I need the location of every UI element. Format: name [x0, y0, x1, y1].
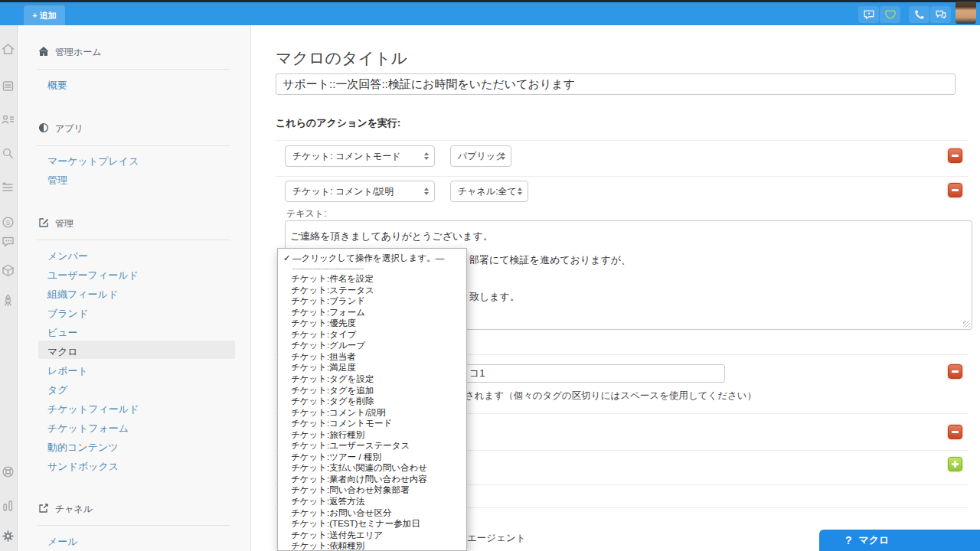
sidebar-divider: [37, 145, 230, 146]
top-strip: [0, 0, 980, 2]
macro-title-input[interactable]: [276, 73, 956, 95]
remove-action-button[interactable]: [948, 364, 962, 379]
help-widget-label: マクロ: [859, 533, 890, 547]
sidebar-section-title: チャネル: [55, 503, 93, 516]
svg-text:S: S: [6, 219, 11, 227]
home-icon: [38, 46, 49, 59]
tickets-icon[interactable]: [1, 79, 15, 93]
half-circle-icon: [38, 122, 49, 135]
resize-handle-icon[interactable]: [963, 321, 970, 328]
menu-item[interactable]: チケット:ユーザーステータス: [291, 440, 410, 452]
edit-icon: [38, 217, 49, 230]
sidebar-item[interactable]: マクロ: [47, 345, 78, 359]
sidebar-item[interactable]: 動的コンテンツ: [47, 441, 119, 455]
products-icon[interactable]: [1, 263, 15, 278]
menu-item[interactable]: チケット:優先度: [291, 318, 356, 329]
menu-item[interactable]: チケット:ブランド: [291, 295, 365, 307]
sidebar-section-title: アプリ: [55, 122, 83, 135]
add-button[interactable]: + 追加: [24, 5, 65, 25]
tags-helper-text: されます（個々のタグの区切りにはスペースを使用してください）: [465, 390, 756, 403]
action-field-select[interactable]: チケット: コメントモード: [285, 145, 435, 167]
content-divider: [276, 140, 968, 141]
menu-item[interactable]: チケット:支払い関連の問い合わせ: [291, 462, 427, 474]
comment-line: 部署にて検証を進めておりますが、: [469, 253, 631, 267]
menu-item[interactable]: チケット:依頼種別: [291, 540, 364, 551]
menu-item[interactable]: チケット:グループ: [291, 340, 365, 351]
menu-item[interactable]: チケット:ステータス: [291, 285, 374, 296]
top-bar: + 追加: [0, 0, 980, 25]
action-value-select[interactable]: チャネル:全て: [450, 181, 528, 202]
zendesk-admin-page: + 追加 S 管理ホーム概要アプリマーケットプレイス管理管理メンバーユーザーフィ…: [0, 0, 980, 551]
settings-icon[interactable]: [1, 529, 15, 543]
sidebar-item[interactable]: チケットフォーム: [47, 422, 129, 435]
sidebar-item[interactable]: レポート: [47, 364, 88, 378]
sidebar-item[interactable]: チケットフィールド: [47, 403, 139, 416]
search-icon[interactable]: [1, 146, 15, 161]
sidebar-item[interactable]: メール: [47, 535, 78, 549]
add-action-button[interactable]: [948, 457, 962, 471]
user-avatar[interactable]: [956, 2, 976, 24]
tags-input[interactable]: [462, 364, 725, 383]
menu-item[interactable]: チケット:タグを設定: [291, 373, 374, 385]
availability-text: エージェント: [467, 532, 525, 545]
menu-item[interactable]: チケット:返答方法: [291, 496, 364, 507]
sell-icon[interactable]: S: [1, 215, 15, 230]
sidebar-item[interactable]: ビュー: [47, 326, 78, 340]
remove-action-button[interactable]: [948, 148, 962, 163]
help-widget-button[interactable]: ? マクロ: [819, 530, 980, 551]
page-title: マクロのタイトル: [276, 47, 407, 69]
zopim-chat-icon[interactable]: [880, 6, 900, 23]
menu-item[interactable]: チケット:タイプ: [291, 329, 357, 341]
menu-item[interactable]: チケット:担当者: [291, 351, 356, 363]
menu-item[interactable]: チケット:送付先エリア: [291, 530, 383, 541]
menu-item[interactable]: チケット:満足度: [291, 362, 356, 373]
content-divider: [276, 176, 968, 177]
menu-item[interactable]: チケット:(TEST)セミナー参加日: [291, 518, 420, 530]
sidebar-item[interactable]: 組織フィールド: [47, 288, 118, 302]
comment-line: ご連絡を頂きましてありがとうございます。: [290, 230, 493, 243]
menu-item[interactable]: チケット:タグを削除: [291, 396, 374, 407]
menu-item[interactable]: チケット:旅行種別: [291, 429, 364, 441]
talk-bubble-icon[interactable]: [858, 6, 879, 23]
menu-item[interactable]: チケット:コメントモード: [291, 418, 392, 429]
admin-sidebar: 管理ホーム概要アプリマーケットプレイス管理管理メンバーユーザーフィールド組織フィ…: [18, 25, 251, 551]
sidebar-section-admin-home[interactable]: 管理ホーム: [38, 46, 102, 58]
remove-action-button[interactable]: [948, 425, 962, 439]
views-icon[interactable]: [1, 181, 15, 195]
menu-item[interactable]: チケット:件名を設定: [291, 273, 374, 285]
reporting-icon[interactable]: [1, 498, 15, 513]
home-icon[interactable]: [1, 42, 15, 57]
help-center-icon[interactable]: [1, 465, 15, 479]
sidebar-item[interactable]: メンバー: [47, 249, 88, 263]
action-field-select[interactable]: チケット: コメント/説明: [285, 181, 435, 202]
conversations-icon[interactable]: [930, 6, 951, 23]
menu-item[interactable]: チケット:ツアー / 種別: [291, 452, 381, 463]
chat-icon[interactable]: [1, 234, 15, 249]
sidebar-item[interactable]: 管理: [47, 174, 67, 187]
sidebar-section-チャネル: チャネル: [38, 503, 93, 515]
sidebar-section-title: 管理: [55, 217, 74, 230]
checkmark-icon: ✓: [283, 253, 292, 263]
menu-item[interactable]: チケット:業者向け問い合わせ内容: [291, 474, 427, 485]
action-value-select[interactable]: パブリック: [450, 145, 511, 167]
sidebar-item[interactable]: 概要: [47, 79, 67, 93]
phone-icon[interactable]: [909, 6, 929, 23]
question-icon: ?: [845, 534, 852, 546]
menu-item[interactable]: チケット:コメント/説明: [291, 407, 386, 419]
rocket-icon[interactable]: [1, 293, 15, 308]
sidebar-item[interactable]: サンドボックス: [47, 460, 119, 474]
sidebar-item[interactable]: ユーザーフィールド: [47, 269, 139, 282]
menu-selected-option[interactable]: ✓—クリックして操作を選択します。—: [283, 253, 444, 264]
menu-item[interactable]: チケット:お問い合せ区分: [291, 507, 392, 519]
select-stepper-icon: [518, 187, 522, 195]
sidebar-item[interactable]: ブランド: [47, 307, 88, 321]
sidebar-section-アプリ: アプリ: [38, 122, 83, 135]
menu-item[interactable]: チケット:フォーム: [291, 307, 365, 318]
sidebar-item[interactable]: タグ: [47, 383, 68, 397]
customers-icon[interactable]: [1, 112, 15, 127]
menu-item[interactable]: チケット:問い合わせ対象部署: [291, 484, 410, 496]
sidebar-divider: [37, 69, 230, 70]
sidebar-item[interactable]: マーケットプレイス: [47, 155, 139, 168]
menu-item[interactable]: チケット:タグを追加: [291, 385, 374, 396]
remove-action-button[interactable]: [948, 183, 962, 197]
